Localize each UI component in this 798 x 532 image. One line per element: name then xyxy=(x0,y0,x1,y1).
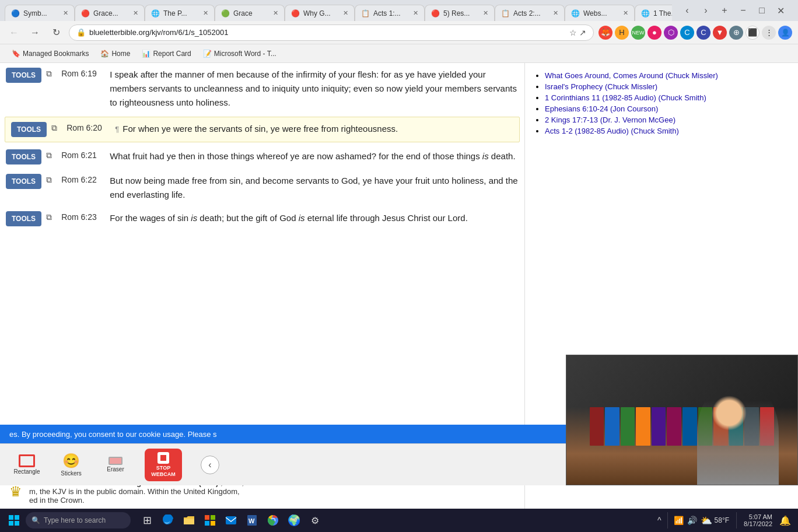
tab-close-thep[interactable]: ✕ xyxy=(203,9,208,17)
copy-icon-619[interactable]: ⧉ xyxy=(46,69,57,79)
browser-tab-acts2[interactable]: 📋 Acts 2:... ✕ xyxy=(495,5,565,21)
eraser-tool[interactable]: Eraser xyxy=(100,450,131,480)
tab-label-thess: 1 The... xyxy=(653,9,672,18)
ext-icon-9[interactable]: ⬛ xyxy=(746,26,760,40)
browser-tab-grace2[interactable]: 🟢 Grace ✕ xyxy=(215,5,285,21)
tools-button-621[interactable]: TOOLS xyxy=(6,149,41,164)
taskbar-search-box[interactable]: 🔍 Type here to search xyxy=(26,512,131,528)
ext-icon-1[interactable]: 🦊 xyxy=(598,26,612,40)
extensions-menu[interactable]: ⋮ xyxy=(762,26,776,40)
minimize-button[interactable]: − xyxy=(735,2,751,19)
verse-text-623: For the wages of sin is death; but the g… xyxy=(110,211,468,225)
ext-icon-7[interactable]: ▼ xyxy=(713,26,727,40)
tab-bar: 🔵 Symb... ✕ 🔴 Grace... ✕ 🌐 The P... ✕ 🟢 … xyxy=(5,0,672,21)
taskbar-app-word[interactable]: W xyxy=(243,511,261,530)
bookmark-report-card-icon: 📊 xyxy=(142,50,150,58)
verse-ref-619[interactable]: Rom 6:19 xyxy=(61,69,105,78)
copy-icon-620[interactable]: ⧉ xyxy=(51,123,62,134)
sidebar-link-1[interactable]: What Goes Around, Comes Around (Chuck Mi… xyxy=(545,71,718,80)
browser-tab-acts1[interactable]: 📋 Acts 1:... ✕ xyxy=(355,5,425,21)
taskbar-app-mail[interactable] xyxy=(222,511,240,530)
tab-close-acts2[interactable]: ✕ xyxy=(553,9,558,17)
windows-start-button[interactable] xyxy=(5,511,23,530)
network-icon[interactable]: 📶 xyxy=(674,516,684,525)
verse-ref-622[interactable]: Rom 6:22 xyxy=(61,175,105,184)
ext-icon-6[interactable]: C xyxy=(696,26,710,40)
copy-icon-623[interactable]: ⧉ xyxy=(46,212,57,223)
browser-tab-symb[interactable]: 🔵 Symb... ✕ xyxy=(5,5,75,21)
browser-tab-grace1[interactable]: 🔴 Grace... ✕ xyxy=(75,5,145,21)
ext-icon-5[interactable]: C xyxy=(680,26,694,40)
tab-scroll-right[interactable]: › xyxy=(698,2,714,19)
reload-button[interactable]: ↻ xyxy=(48,24,64,41)
tab-favicon-grace1: 🔴 xyxy=(81,9,90,18)
sidebar-link-3[interactable]: 1 Corinthians 11 (1982-85 Audio) (Chuck … xyxy=(545,93,706,102)
stickers-tool[interactable]: 😊 Stickers xyxy=(56,450,86,480)
notification-icon[interactable]: 🔔 xyxy=(777,512,793,528)
weather-chip[interactable]: ⛅ 58°F xyxy=(701,515,729,526)
bookmark-word[interactable]: 📝 Microsoft Word - T... xyxy=(198,47,281,61)
tab-scroll-left[interactable]: ‹ xyxy=(679,2,695,19)
copy-icon-621[interactable]: ⧉ xyxy=(46,150,57,161)
tab-close-acts1[interactable]: ✕ xyxy=(413,9,418,17)
bookmark-word-icon: 📝 xyxy=(203,50,212,58)
verse-ref-621[interactable]: Rom 6:21 xyxy=(61,150,105,160)
tab-close-grace2[interactable]: ✕ xyxy=(273,9,278,17)
tab-close-symb[interactable]: ✕ xyxy=(63,9,68,17)
bookmark-report-card[interactable]: 📊 Report Card xyxy=(137,47,195,61)
volume-icon[interactable]: 🔊 xyxy=(687,516,697,525)
ext-icon-2[interactable]: H xyxy=(615,26,629,40)
tab-close-grace1[interactable]: ✕ xyxy=(133,9,138,17)
sidebar-link-6[interactable]: Acts 1-2 (1982-85 Audio) (Chuck Smith) xyxy=(545,127,679,135)
bookmark-home[interactable]: 🏠 Home xyxy=(96,47,135,61)
stop-webcam-button[interactable]: STOPWEBCAM xyxy=(145,449,182,481)
sidebar-link-2[interactable]: Israel's Prophecy (Chuck Missler) xyxy=(545,82,657,91)
tools-button-620[interactable]: TOOLS xyxy=(11,122,47,137)
address-bar[interactable]: 🔒 blueletterbible.org/kjv/rom/6/1/s_1052… xyxy=(69,24,594,41)
taskbar-app-widgets[interactable]: ⊞ xyxy=(138,511,156,530)
sidebar-list-item-3: 1 Corinthians 11 (1982-85 Audio) (Chuck … xyxy=(545,93,789,102)
copy-icon-622[interactable]: ⧉ xyxy=(46,175,57,186)
share-icon[interactable]: ↗ xyxy=(579,28,586,37)
taskbar-clock[interactable]: 5:07 AM 8/17/2022 xyxy=(744,513,772,527)
verse-ref-623[interactable]: Rom 6:23 xyxy=(61,212,105,222)
tab-close-why[interactable]: ✕ xyxy=(343,9,348,17)
restore-button[interactable]: □ xyxy=(754,2,770,19)
new-tab-button[interactable]: + xyxy=(716,2,733,19)
taskbar-app-earth[interactable]: 🌍 xyxy=(285,511,303,530)
taskbar-app-settings[interactable]: ⚙ xyxy=(306,511,324,530)
tab-close-res[interactable]: ✕ xyxy=(483,9,488,17)
forward-button[interactable]: → xyxy=(27,24,43,41)
ext-icon-new[interactable]: NEW xyxy=(631,26,645,40)
taskbar-app-edge[interactable] xyxy=(159,511,177,530)
profile-avatar[interactable]: 👤 xyxy=(778,26,792,40)
ext-icon-3[interactable]: ● xyxy=(648,26,662,40)
verse-ref-620[interactable]: Rom 6:20 xyxy=(66,123,110,132)
rectangle-tool[interactable]: Rectangle xyxy=(12,450,42,480)
browser-tab-why[interactable]: 🔴 Why G... ✕ xyxy=(285,5,355,21)
taskbar-chevron-icon[interactable]: ^ xyxy=(657,516,662,525)
tab-close-webs[interactable]: ✕ xyxy=(623,9,628,17)
browser-tab-webs[interactable]: 🌐 Webs... ✕ xyxy=(565,5,635,21)
taskbar-app-chrome[interactable] xyxy=(264,511,282,530)
ext-icon-8[interactable]: ⊕ xyxy=(729,26,743,40)
annotation-toolbar: Rectangle 😊 Stickers Eraser STOPWEBCAM ‹ xyxy=(0,443,566,485)
tools-button-623[interactable]: TOOLS xyxy=(6,211,41,226)
annotation-collapse-button[interactable]: ‹ xyxy=(201,456,219,474)
taskbar-app-explorer[interactable] xyxy=(180,511,198,530)
sidebar-link-4[interactable]: Ephesians 6:10-24 (Jon Courson) xyxy=(545,104,658,113)
cookie-text: es. By proceeding, you consent to our co… xyxy=(9,430,217,439)
bookmark-star-icon[interactable]: ☆ xyxy=(569,28,577,37)
ext-icon-4[interactable]: ⬡ xyxy=(664,26,678,40)
close-browser-button[interactable]: ✕ xyxy=(772,2,789,19)
browser-tab-thess[interactable]: 🌐 1 The... ✕ xyxy=(635,5,672,21)
tools-button-622[interactable]: TOOLS xyxy=(6,174,41,189)
back-button[interactable]: ← xyxy=(6,24,22,41)
browser-tab-thep[interactable]: 🌐 The P... ✕ xyxy=(145,5,215,21)
browser-tab-res[interactable]: 🔴 5) Res... ✕ xyxy=(425,5,495,21)
paragraph-mark-620: ¶ xyxy=(115,125,119,134)
taskbar-app-store[interactable] xyxy=(201,511,219,530)
sidebar-link-5[interactable]: 2 Kings 17:7-13 (Dr. J. Vernon McGee) xyxy=(545,116,676,124)
tools-button-619[interactable]: TOOLS xyxy=(6,68,41,83)
bookmark-managed[interactable]: 🔖 Managed Bookmarks xyxy=(7,47,93,61)
